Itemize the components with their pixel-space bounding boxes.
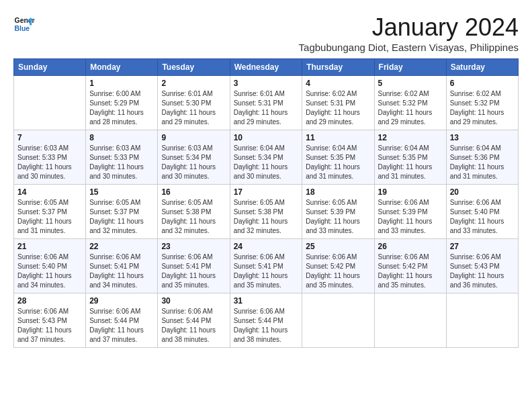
day-number: 11	[306, 133, 370, 142]
day-cell: 25Sunrise: 6:06 AMSunset: 5:42 PMDayligh…	[302, 239, 374, 293]
col-header-sunday: Sunday	[14, 59, 86, 76]
day-info: Sunrise: 6:05 AMSunset: 5:38 PMDaylight:…	[161, 198, 226, 236]
day-cell: 27Sunrise: 6:06 AMSunset: 5:43 PMDayligh…	[446, 239, 518, 293]
day-info: Sunrise: 6:06 AMSunset: 5:44 PMDaylight:…	[234, 307, 299, 345]
day-info: Sunrise: 6:06 AMSunset: 5:43 PMDaylight:…	[17, 307, 82, 345]
day-number: 31	[234, 296, 299, 306]
day-number: 3	[234, 79, 299, 88]
day-cell: 26Sunrise: 6:06 AMSunset: 5:42 PMDayligh…	[374, 239, 446, 293]
day-info: Sunrise: 6:04 AMSunset: 5:36 PMDaylight:…	[450, 144, 515, 181]
day-number: 14	[17, 187, 82, 197]
day-number: 5	[378, 79, 443, 88]
day-number: 22	[89, 242, 154, 251]
day-info: Sunrise: 6:06 AMSunset: 5:41 PMDaylight:…	[89, 253, 154, 290]
day-cell: 5Sunrise: 6:02 AMSunset: 5:32 PMDaylight…	[374, 76, 446, 130]
day-cell: 12Sunrise: 6:04 AMSunset: 5:35 PMDayligh…	[374, 130, 446, 185]
day-cell: 9Sunrise: 6:03 AMSunset: 5:34 PMDaylight…	[158, 130, 230, 185]
day-number: 6	[450, 79, 515, 88]
day-cell	[302, 293, 374, 348]
day-info: Sunrise: 6:05 AMSunset: 5:38 PMDaylight:…	[234, 198, 299, 236]
day-cell: 10Sunrise: 6:04 AMSunset: 5:34 PMDayligh…	[230, 130, 302, 185]
day-info: Sunrise: 6:04 AMSunset: 5:35 PMDaylight:…	[306, 144, 370, 181]
week-row-2: 7Sunrise: 6:03 AMSunset: 5:33 PMDaylight…	[14, 130, 519, 185]
day-number: 4	[306, 79, 370, 88]
day-cell: 7Sunrise: 6:03 AMSunset: 5:33 PMDaylight…	[14, 130, 86, 185]
day-cell	[14, 76, 86, 130]
day-cell: 6Sunrise: 6:02 AMSunset: 5:32 PMDaylight…	[446, 76, 518, 130]
day-info: Sunrise: 6:06 AMSunset: 5:42 PMDaylight:…	[378, 253, 443, 290]
day-number: 1	[89, 79, 154, 88]
day-number: 26	[378, 242, 443, 251]
day-number: 12	[378, 133, 443, 142]
title-section: January 2024 Tagbubungang Diot, Eastern …	[299, 13, 519, 53]
day-info: Sunrise: 6:00 AMSunset: 5:29 PMDaylight:…	[89, 89, 154, 127]
day-cell: 3Sunrise: 6:01 AMSunset: 5:31 PMDaylight…	[230, 76, 302, 130]
day-number: 23	[161, 242, 226, 251]
day-cell: 21Sunrise: 6:06 AMSunset: 5:40 PMDayligh…	[14, 239, 86, 293]
day-cell: 14Sunrise: 6:05 AMSunset: 5:37 PMDayligh…	[14, 185, 86, 239]
day-number: 15	[89, 187, 154, 197]
day-cell: 31Sunrise: 6:06 AMSunset: 5:44 PMDayligh…	[230, 293, 302, 348]
col-header-wednesday: Wednesday	[230, 59, 302, 76]
day-info: Sunrise: 6:06 AMSunset: 5:40 PMDaylight:…	[17, 253, 82, 290]
day-info: Sunrise: 6:04 AMSunset: 5:34 PMDaylight:…	[234, 144, 299, 181]
col-header-monday: Monday	[86, 59, 158, 76]
day-cell: 11Sunrise: 6:04 AMSunset: 5:35 PMDayligh…	[302, 130, 374, 185]
month-title: January 2024	[299, 13, 519, 42]
header-row: SundayMondayTuesdayWednesdayThursdayFrid…	[14, 59, 519, 76]
day-number: 13	[450, 133, 515, 142]
day-cell: 17Sunrise: 6:05 AMSunset: 5:38 PMDayligh…	[230, 185, 302, 239]
day-number: 18	[306, 187, 370, 197]
week-row-1: 1Sunrise: 6:00 AMSunset: 5:29 PMDaylight…	[14, 76, 519, 130]
day-info: Sunrise: 6:06 AMSunset: 5:41 PMDaylight:…	[234, 253, 299, 290]
header: General Blue General Blue January 2024 T…	[13, 13, 519, 53]
day-info: Sunrise: 6:02 AMSunset: 5:32 PMDaylight:…	[450, 89, 515, 127]
day-number: 24	[234, 242, 299, 251]
day-info: Sunrise: 6:06 AMSunset: 5:44 PMDaylight:…	[89, 307, 154, 345]
day-info: Sunrise: 6:05 AMSunset: 5:39 PMDaylight:…	[306, 198, 370, 236]
day-info: Sunrise: 6:02 AMSunset: 5:31 PMDaylight:…	[306, 89, 370, 127]
col-header-tuesday: Tuesday	[158, 59, 230, 76]
day-number: 27	[450, 242, 515, 251]
svg-text:Blue: Blue	[15, 25, 30, 32]
day-info: Sunrise: 6:06 AMSunset: 5:42 PMDaylight:…	[306, 253, 370, 290]
day-number: 25	[306, 242, 370, 251]
week-row-4: 21Sunrise: 6:06 AMSunset: 5:40 PMDayligh…	[14, 239, 519, 293]
day-number: 8	[89, 133, 154, 142]
day-cell: 1Sunrise: 6:00 AMSunset: 5:29 PMDaylight…	[86, 76, 158, 130]
day-info: Sunrise: 6:02 AMSunset: 5:32 PMDaylight:…	[378, 89, 443, 127]
day-number: 10	[234, 133, 299, 142]
day-info: Sunrise: 6:06 AMSunset: 5:43 PMDaylight:…	[450, 253, 515, 290]
day-cell: 29Sunrise: 6:06 AMSunset: 5:44 PMDayligh…	[86, 293, 158, 348]
day-cell: 23Sunrise: 6:06 AMSunset: 5:41 PMDayligh…	[158, 239, 230, 293]
day-cell: 19Sunrise: 6:06 AMSunset: 5:39 PMDayligh…	[374, 185, 446, 239]
day-info: Sunrise: 6:04 AMSunset: 5:35 PMDaylight:…	[378, 144, 443, 181]
day-cell	[446, 293, 518, 348]
day-cell: 13Sunrise: 6:04 AMSunset: 5:36 PMDayligh…	[446, 130, 518, 185]
day-number: 16	[161, 187, 226, 197]
day-cell	[374, 293, 446, 348]
day-info: Sunrise: 6:03 AMSunset: 5:34 PMDaylight:…	[161, 144, 226, 181]
day-info: Sunrise: 6:06 AMSunset: 5:41 PMDaylight:…	[161, 253, 226, 290]
logo: General Blue General Blue	[13, 13, 35, 35]
day-number: 19	[378, 187, 443, 197]
day-info: Sunrise: 6:03 AMSunset: 5:33 PMDaylight:…	[17, 144, 82, 181]
week-row-5: 28Sunrise: 6:06 AMSunset: 5:43 PMDayligh…	[14, 293, 519, 348]
day-cell: 28Sunrise: 6:06 AMSunset: 5:43 PMDayligh…	[14, 293, 86, 348]
day-info: Sunrise: 6:01 AMSunset: 5:30 PMDaylight:…	[161, 89, 226, 127]
day-info: Sunrise: 6:06 AMSunset: 5:40 PMDaylight:…	[450, 198, 515, 236]
day-number: 7	[17, 133, 82, 142]
day-number: 28	[17, 296, 82, 306]
day-number: 17	[234, 187, 299, 197]
col-header-saturday: Saturday	[446, 59, 518, 76]
day-number: 9	[161, 133, 226, 142]
location-title: Tagbubungang Diot, Eastern Visayas, Phil…	[299, 42, 519, 53]
day-info: Sunrise: 6:05 AMSunset: 5:37 PMDaylight:…	[89, 198, 154, 236]
day-number: 29	[89, 296, 154, 306]
logo-icon: General Blue	[13, 13, 35, 35]
col-header-thursday: Thursday	[302, 59, 374, 76]
day-cell: 18Sunrise: 6:05 AMSunset: 5:39 PMDayligh…	[302, 185, 374, 239]
day-cell: 2Sunrise: 6:01 AMSunset: 5:30 PMDaylight…	[158, 76, 230, 130]
day-cell: 20Sunrise: 6:06 AMSunset: 5:40 PMDayligh…	[446, 185, 518, 239]
day-cell: 8Sunrise: 6:03 AMSunset: 5:33 PMDaylight…	[86, 130, 158, 185]
